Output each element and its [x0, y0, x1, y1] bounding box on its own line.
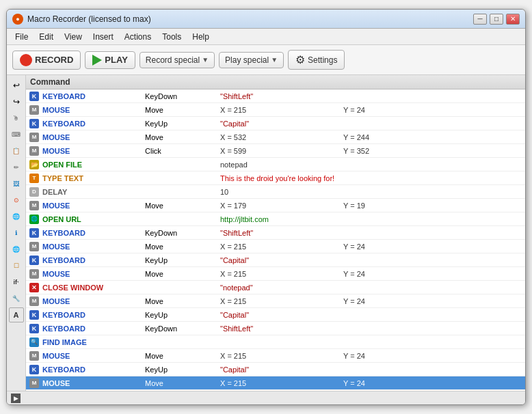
row-action: Move [145, 352, 220, 360]
table-row[interactable]: M MOUSE Move X = 215 Y = 24 [26, 267, 525, 281]
table-row[interactable]: M MOUSE Move X = 215 Y = 24 [26, 294, 525, 308]
menu-help[interactable]: Help [187, 31, 215, 43]
main-area: Command K KEYBOARD KeyDown "ShiftLeft" M… [26, 75, 525, 391]
sidebar-item-7[interactable]: 🌐 [9, 209, 24, 224]
menu-bar: File Edit View Insert Actions Tools Help [7, 29, 525, 45]
sidebar-item-text[interactable]: A [9, 307, 24, 322]
row-param1: X = 215 [220, 243, 343, 251]
table-row[interactable]: K KEYBOARD KeyUp "Capital" [26, 308, 525, 322]
row-icon: M [29, 268, 41, 279]
row-action: Move [145, 243, 220, 251]
settings-button[interactable]: ⚙ Settings [288, 50, 345, 70]
row-icon: M [29, 200, 41, 211]
sidebar-item-2[interactable]: ⌨ [9, 127, 24, 142]
app-icon: ● [12, 14, 23, 25]
row-icon: ✕ [29, 282, 41, 293]
row-action: KeyUp [145, 365, 220, 374]
table-row[interactable]: T TYPE TEXT This is the droid you're loo… [26, 171, 525, 185]
row-icon: K [29, 255, 41, 266]
table-row[interactable]: K KEYBOARD KeyUp "Capital" [26, 117, 525, 130]
status-bar: ▶ [7, 391, 525, 404]
row-param2: Y = 19 [343, 202, 522, 210]
sidebar-item-9[interactable]: 🌐 [9, 242, 24, 257]
row-icon: M [29, 296, 41, 307]
table-row[interactable]: M MOUSE Click X = 599 Y = 352 [26, 144, 525, 158]
row-param2: Y = 24 [343, 297, 522, 305]
row-command: MOUSE [42, 202, 145, 210]
table-header: Command [26, 75, 525, 89]
maximize-button[interactable]: □ [490, 14, 503, 25]
row-command: KEYBOARD [42, 311, 145, 319]
sidebar-undo[interactable]: ↩ [9, 78, 24, 93]
table-body[interactable]: K KEYBOARD KeyDown "ShiftLeft" M MOUSE M… [26, 89, 525, 391]
menu-actions[interactable]: Actions [119, 31, 157, 43]
table-row[interactable]: ✕ CLOSE WINDOW "notepad" [26, 281, 525, 294]
row-param1: "Capital" [220, 256, 343, 264]
sidebar-item-1[interactable]: 🖱 [9, 111, 24, 126]
window-controls: ─ □ ✕ [473, 14, 520, 25]
minimize-button[interactable]: ─ [473, 14, 487, 25]
row-param1: "ShiftLeft" [220, 325, 343, 333]
row-icon: K [29, 91, 41, 102]
row-icon: K [29, 364, 41, 375]
play-button[interactable]: PLAY [85, 51, 135, 69]
menu-tools[interactable]: Tools [157, 31, 187, 43]
row-icon: 🌐 [29, 214, 41, 225]
table-row[interactable]: K KEYBOARD KeyUp "Capital" [26, 363, 525, 376]
sidebar-item-8[interactable]: ℹ [9, 225, 24, 240]
sidebar-item-4[interactable]: ✏ [9, 160, 24, 175]
row-action: Move [145, 270, 220, 278]
table-row[interactable]: D DELAY 10 [26, 185, 525, 199]
menu-insert[interactable]: Insert [88, 31, 119, 43]
play-special-label: Play special [225, 55, 269, 65]
sidebar-item-6[interactable]: ⊙ [9, 193, 24, 208]
sidebar-item-if[interactable]: if· [9, 275, 24, 290]
table-row[interactable]: 🔍 FIND IMAGE [26, 335, 525, 349]
table-row[interactable]: K KEYBOARD KeyDown "ShiftLeft" [26, 89, 525, 103]
menu-file[interactable]: File [10, 31, 34, 43]
row-action: Move [145, 133, 220, 141]
record-special-button[interactable]: Record special ▼ [139, 52, 215, 68]
row-action: Move [145, 106, 220, 114]
table-row[interactable]: K KEYBOARD KeyDown "ShiftLeft" [26, 226, 525, 240]
table-row[interactable]: 🌐 OPEN URL http://jltbit.com [26, 212, 525, 226]
sidebar-item-10[interactable]: ☐ [9, 258, 24, 273]
play-special-button[interactable]: Play special ▼ [219, 52, 284, 68]
row-param1: X = 215 [220, 106, 343, 114]
table-row[interactable]: K KEYBOARD KeyDown "ShiftLeft" [26, 322, 525, 335]
table-row[interactable]: M MOUSE Move X = 215 Y = 24 [26, 240, 525, 253]
menu-edit[interactable]: Edit [34, 31, 59, 43]
row-param1: X = 215 [220, 379, 343, 387]
table-row[interactable]: M MOUSE Move X = 215 Y = 24 [26, 349, 525, 363]
row-command: MOUSE [42, 106, 145, 114]
content-area: ↩ ↪ 🖱 ⌨ 📋 ✏ 🖼 ⊙ 🌐 ℹ 🌐 ☐ if· 🔧 A Command … [7, 75, 525, 391]
sidebar-item-settings[interactable]: 🔧 [9, 291, 24, 306]
row-param1: X = 599 [220, 147, 343, 155]
sidebar-item-3[interactable]: 📋 [9, 143, 24, 158]
sidebar-redo[interactable]: ↪ [9, 94, 24, 109]
table-row[interactable]: M MOUSE Move X = 215 Y = 24 [26, 376, 525, 390]
table-row[interactable]: M MOUSE Move X = 215 Y = 24 [26, 103, 525, 117]
table-row[interactable]: K KEYBOARD KeyUp "Capital" [26, 253, 525, 267]
row-command: FIND IMAGE [42, 338, 145, 346]
row-icon: M [29, 241, 41, 252]
table-row[interactable]: M MOUSE Move X = 532 Y = 244 [26, 130, 525, 144]
table-row[interactable]: 📂 OPEN FILE notepad [26, 158, 525, 171]
status-scroll-button[interactable]: ▶ [11, 394, 21, 403]
row-command: MOUSE [42, 270, 145, 278]
row-param1: "Capital" [220, 365, 343, 374]
record-special-label: Record special [146, 55, 200, 65]
record-button[interactable]: RECORD [12, 51, 81, 70]
table-row[interactable]: M MOUSE Move X = 179 Y = 19 [26, 199, 525, 212]
close-button[interactable]: ✕ [506, 14, 520, 25]
row-param2: Y = 24 [343, 270, 522, 278]
column-header-command: Command [30, 77, 70, 87]
row-param1: "Capital" [220, 120, 343, 128]
sidebar: ↩ ↪ 🖱 ⌨ 📋 ✏ 🖼 ⊙ 🌐 ℹ 🌐 ☐ if· 🔧 A [7, 75, 26, 391]
row-action: KeyUp [145, 256, 220, 264]
row-param1: "ShiftLeft" [220, 229, 343, 237]
row-param1: X = 215 [220, 297, 343, 305]
row-param1: X = 215 [220, 352, 343, 360]
menu-view[interactable]: View [59, 31, 88, 43]
sidebar-item-5[interactable]: 🖼 [9, 176, 24, 191]
